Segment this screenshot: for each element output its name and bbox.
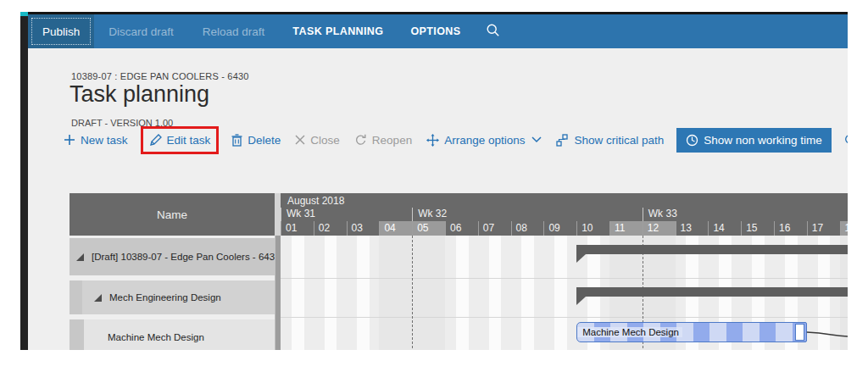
task-name-label: Machine Mech Design — [108, 332, 204, 342]
toolbar-item-label: Show critical path — [574, 134, 664, 147]
gantt-toolbar: New taskEdit taskDeleteCloseReopenArrang… — [62, 123, 848, 157]
gantt-body: Machine Mech Design — [281, 236, 848, 350]
row-separator — [281, 278, 848, 279]
app-bar-tabs: PublishDiscard draftReload draftTASK PLA… — [28, 14, 474, 48]
task-bar-machine-mech-design[interactable]: Machine Mech Design — [576, 322, 807, 342]
nonworking-day-column — [379, 236, 412, 350]
row-separator — [281, 317, 848, 318]
working-hours-stripe — [554, 236, 567, 350]
record-id: 10389-07 : EDGE PAN COOLERS - 6430 — [71, 71, 249, 81]
day-cell: 16 — [774, 221, 807, 236]
day-row: 010203040506070809101112131415161718 — [281, 221, 848, 236]
day-cell: 07 — [478, 221, 511, 236]
day-cell: 08 — [511, 221, 544, 236]
day-cell: 04 — [379, 221, 412, 236]
day-cell: 17 — [807, 221, 840, 236]
app-bar-tab-label: Reload draft — [203, 25, 265, 38]
task-row-machine-mech-design[interactable]: Machine Mech Design — [70, 319, 275, 350]
toolbar-item-label: New task — [81, 134, 128, 147]
month-label: August 2018 — [287, 195, 344, 207]
gantt-panel: Name August 2018 Wk 31Wk 32Wk 33 0102030… — [28, 193, 848, 350]
day-cell: 06 — [445, 221, 478, 236]
week-boundary-line — [412, 236, 413, 350]
app-bar-search-button[interactable] — [474, 14, 512, 48]
day-column — [478, 236, 511, 350]
app-bar-tab-label: Publish — [42, 25, 80, 38]
working-hours-stripe — [456, 236, 469, 350]
day-cell: 12 — [643, 221, 676, 236]
day-column — [543, 236, 576, 350]
show-non-working-time-button[interactable]: Show non working time — [676, 128, 832, 153]
nonworking-day-column — [412, 236, 445, 350]
day-column — [314, 236, 347, 350]
app-bar: PublishDiscard draftReload draftTASK PLA… — [28, 14, 848, 48]
day-cell: 03 — [347, 221, 380, 236]
teal-accent — [20, 12, 28, 16]
column-splitter[interactable] — [275, 193, 281, 236]
month-row: August 2018 — [281, 193, 848, 208]
expand-collapse-icon[interactable] — [94, 294, 102, 302]
app-bar-tab-label: OPTIONS — [410, 25, 460, 37]
app-bar-tab-task-planning-menu[interactable]: TASK PLANNING — [279, 14, 397, 48]
day-cell: 11 — [609, 221, 643, 236]
close-icon — [295, 135, 305, 145]
app-bar-tab-reload-draft[interactable]: Reload draft — [188, 14, 280, 48]
new-task-button[interactable]: New task — [62, 130, 130, 150]
reopen-button[interactable]: Reopen — [353, 130, 414, 150]
edit-task-button[interactable]: Edit task — [141, 126, 220, 154]
task-name-label: Mech Engineering Design — [109, 292, 221, 303]
day-column — [347, 236, 380, 350]
close-button[interactable]: Close — [293, 130, 342, 150]
toolbar-item-label: Close — [310, 134, 340, 147]
trash-icon — [231, 134, 242, 147]
day-cell: 01 — [281, 221, 314, 236]
summary-bar[interactable] — [576, 287, 848, 297]
search-icon — [486, 23, 500, 41]
task-name-label: [Draft] 10389-07 - Edge Pan Coolers - 64… — [92, 252, 275, 262]
working-hours-stripe — [292, 236, 304, 350]
working-hours-stripe — [325, 236, 337, 350]
day-cell: 05 — [412, 221, 445, 236]
working-hours-stripe — [489, 236, 502, 350]
working-hours-stripe — [521, 236, 534, 350]
name-column-header[interactable]: Name — [70, 193, 275, 236]
app-bar-tab-label: Discard draft — [108, 25, 174, 38]
day-cell: 13 — [676, 221, 709, 236]
page-title: Task planning — [70, 81, 209, 108]
zoom-in-button[interactable]: Zoom in — [843, 130, 848, 150]
toolbar-item-label: Delete — [248, 134, 281, 147]
day-cell: 09 — [543, 221, 576, 236]
app-bar-tab-discard-draft[interactable]: Discard draft — [94, 14, 188, 48]
toolbar-item-label: Arrange options — [444, 134, 525, 147]
arrange-options-button[interactable]: Arrange options — [425, 130, 543, 150]
show-critical-path-button[interactable]: Show critical path — [554, 130, 665, 150]
app-bar-tab-options-menu[interactable]: OPTIONS — [397, 14, 474, 48]
working-hours-stripe — [357, 236, 370, 350]
app-window: PublishDiscard draftReload draftTASK PLA… — [20, 12, 848, 350]
chevron-down-icon — [531, 136, 542, 143]
nav-left-strip — [20, 12, 28, 350]
week-cell: Wk 31 — [281, 208, 412, 221]
plus-icon — [64, 134, 75, 146]
task-row-project[interactable]: [Draft] 10389-07 - Edge Pan Coolers - 64… — [70, 238, 275, 275]
day-column — [511, 236, 544, 350]
task-row-mech-engineering-design[interactable]: Mech Engineering Design — [70, 280, 275, 314]
summary-bar[interactable] — [576, 245, 848, 254]
clock-icon — [686, 134, 698, 147]
expand-collapse-icon[interactable] — [76, 253, 84, 261]
task-bar-label: Machine Mech Design — [577, 327, 682, 337]
day-cell: 18 — [840, 221, 848, 236]
toolbar-item-label: Reopen — [372, 134, 412, 147]
task-bar-end-handle[interactable] — [795, 324, 804, 341]
toolbar-item-label: Edit task — [167, 134, 211, 147]
week-row: Wk 31Wk 32Wk 33 — [281, 208, 848, 221]
week-cell: Wk 32 — [412, 208, 643, 221]
day-cell: 15 — [741, 221, 774, 236]
task-name-list: [Draft] 10389-07 - Edge Pan Coolers - 64… — [70, 236, 275, 350]
delete-button[interactable]: Delete — [230, 130, 282, 150]
day-cell: 14 — [708, 221, 741, 236]
app-bar-tab-publish[interactable]: Publish — [28, 14, 94, 48]
zoom-in-icon — [844, 134, 848, 147]
toolbar-item-label: Show non working time — [704, 134, 822, 147]
content-area: 10389-07 : EDGE PAN COOLERS - 6430 Task … — [28, 48, 848, 350]
